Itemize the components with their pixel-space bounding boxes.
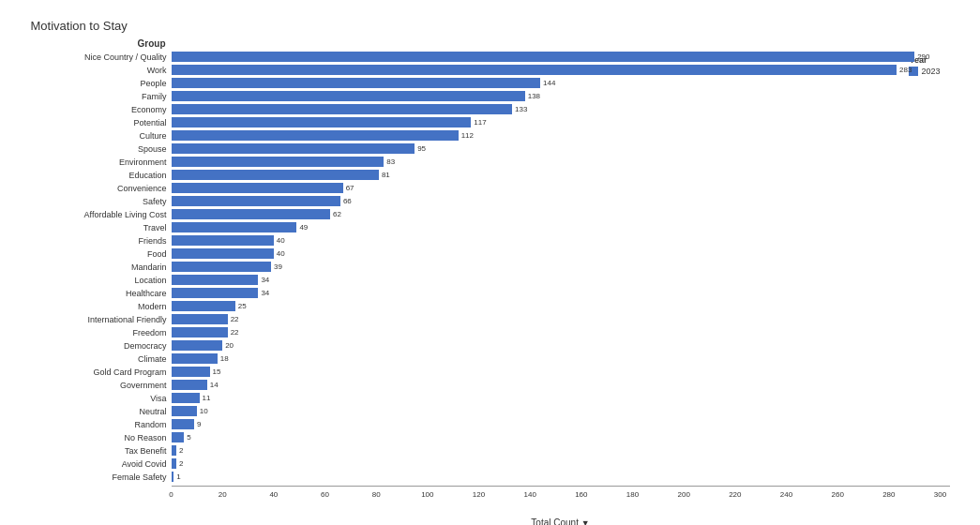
- bar: [172, 183, 343, 193]
- row-label: Spouse: [31, 144, 172, 154]
- table-row: People144: [31, 77, 950, 89]
- row-label: Family: [31, 92, 172, 101]
- table-row: Safety66: [31, 195, 950, 207]
- bar-track: 22: [172, 326, 950, 338]
- bar: [172, 196, 340, 206]
- row-label: Affordable Living Cost: [31, 210, 172, 219]
- row-label: Democracy: [31, 341, 172, 351]
- bar-value-label: 112: [461, 131, 474, 140]
- row-label: Location: [31, 276, 172, 285]
- table-row: Avoid Covid2: [31, 458, 950, 470]
- bar-value-label: 95: [417, 144, 426, 153]
- bar: [172, 327, 228, 338]
- table-row: Neutral10: [31, 405, 950, 417]
- bar-value-label: 83: [386, 158, 395, 166]
- bar: [172, 340, 223, 351]
- bar-track: 1: [172, 471, 950, 483]
- x-axis: 0204060801001201401601802002202402602803…: [172, 486, 950, 499]
- bar: [172, 445, 176, 456]
- row-label: Economy: [31, 105, 172, 114]
- bar-value-label: 14: [210, 381, 219, 389]
- row-label: Climate: [31, 354, 172, 364]
- bar-track: 40: [172, 248, 950, 260]
- x-axis-title-text: Total Count: [531, 518, 579, 525]
- bar-track: 66: [172, 195, 950, 207]
- table-row: Economy133: [31, 103, 950, 115]
- x-tick-label: 20: [219, 490, 227, 499]
- row-label: Convenience: [31, 184, 172, 193]
- row-label: Mandarin: [31, 262, 172, 272]
- bar: [172, 157, 384, 167]
- table-row: Work283: [31, 64, 950, 76]
- row-label: Healthcare: [31, 289, 172, 298]
- table-row: Culture112: [31, 129, 950, 142]
- table-row: Democracy20: [31, 339, 950, 352]
- table-row: Location34: [31, 274, 950, 286]
- bar: [172, 104, 513, 114]
- bar: [172, 367, 210, 377]
- bar: [172, 117, 472, 128]
- bar-value-label: 49: [299, 223, 308, 232]
- bar-track: 2: [172, 458, 950, 470]
- bar-value-label: 5: [187, 433, 190, 442]
- bar-track: 34: [172, 287, 950, 299]
- x-axis-title: Total Count ▼: [172, 518, 950, 525]
- table-row: Freedom22: [31, 326, 950, 338]
- bar-track: 39: [172, 261, 950, 273]
- bar-value-label: 18: [220, 354, 229, 363]
- bar-track: 81: [172, 169, 950, 181]
- bar: [172, 143, 415, 154]
- bar-track: 5: [172, 431, 950, 443]
- row-label: Female Safety: [31, 472, 172, 482]
- x-tick-label: 100: [421, 490, 433, 499]
- row-label: Random: [31, 420, 172, 429]
- bar-value-label: 133: [515, 105, 527, 113]
- table-row: Affordable Living Cost62: [31, 208, 950, 220]
- bar-track: 144: [172, 77, 950, 89]
- bar-value-label: 290: [917, 52, 929, 61]
- table-row: Tax Benefit2: [31, 444, 950, 457]
- x-tick-label: 80: [372, 490, 381, 499]
- bar-track: 2: [172, 444, 950, 457]
- x-tick-label: 120: [473, 490, 485, 499]
- table-row: Convenience67: [31, 182, 950, 194]
- bar-track: 34: [172, 274, 950, 286]
- x-axis-labels: 0204060801001201401601802002202402602803…: [172, 487, 950, 499]
- row-label: Freedom: [31, 328, 172, 338]
- row-label: Culture: [31, 131, 172, 141]
- row-label: Tax Benefit: [31, 446, 172, 456]
- table-row: Female Safety1: [31, 471, 950, 483]
- bars-container: Nice Country / Quality290Work283People14…: [31, 51, 950, 484]
- filter-icon[interactable]: ▼: [581, 518, 590, 525]
- bar-track: 25: [172, 300, 950, 312]
- row-label: Food: [31, 249, 172, 259]
- bar-value-label: 283: [899, 66, 912, 74]
- bar: [172, 472, 174, 482]
- table-row: Mandarin39: [31, 261, 950, 273]
- bar-track: 18: [172, 352, 950, 365]
- row-label: People: [31, 79, 172, 88]
- bar-value-label: 15: [213, 368, 221, 376]
- bar: [172, 419, 195, 429]
- table-row: Climate18: [31, 352, 950, 365]
- bar-track: 117: [172, 116, 950, 128]
- bar: [172, 52, 915, 62]
- bar: [172, 222, 297, 232]
- bar: [172, 393, 200, 403]
- row-label: Modern: [31, 302, 172, 311]
- table-row: Healthcare34: [31, 287, 950, 299]
- table-row: Potential117: [31, 116, 950, 128]
- bar-value-label: 10: [200, 407, 208, 415]
- row-label: Neutral: [31, 407, 172, 416]
- bar: [172, 275, 259, 285]
- x-tick-label: 260: [831, 490, 843, 499]
- bar: [172, 65, 897, 75]
- row-label: Work: [31, 66, 172, 75]
- bar: [172, 288, 259, 298]
- bar: [172, 91, 525, 101]
- bar-value-label: 34: [261, 289, 269, 297]
- bar-track: 283: [172, 64, 950, 76]
- table-row: Education81: [31, 169, 950, 181]
- x-tick-label: 300: [934, 490, 946, 499]
- group-header-label: Group: [31, 38, 172, 49]
